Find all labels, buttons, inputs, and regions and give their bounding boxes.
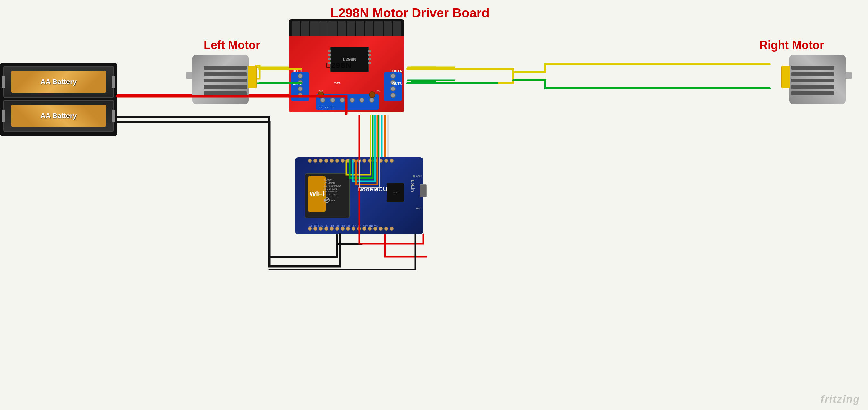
screw-7: [391, 86, 396, 91]
left-motor-shaft: [186, 72, 193, 78]
fin-9: [365, 21, 374, 36]
pin-label-gnd2: GND: [369, 225, 373, 227]
wifi-model: MODEL: [324, 179, 346, 182]
nodemcu-pcb: WiFi MODEL VENDOR ESP8266MOD ISM 2.4Ghz …: [295, 157, 424, 234]
pin-label-ad: AD: [309, 225, 313, 227]
pin-t3: [319, 159, 323, 163]
pin-b7: [341, 227, 344, 231]
pin-t11: [363, 159, 366, 163]
vent-line-r1: [791, 66, 834, 70]
battery-body-top: AA Battery: [10, 70, 106, 93]
right-motor-connector: [781, 66, 790, 88]
nodemcu-mcu-chip: MCU: [386, 183, 404, 202]
fin-4: [319, 21, 328, 36]
fcc-text: FCC: [331, 199, 336, 202]
screw-4: [298, 93, 303, 98]
pin-b14: [379, 227, 383, 231]
pin-t10: [357, 159, 361, 163]
pin-label-s4: S4: [341, 225, 345, 227]
pin-t14: [379, 159, 383, 163]
pin-b2: [313, 227, 317, 231]
battery-terminal-left2: [2, 110, 5, 122]
fin-5: [329, 21, 337, 36]
battery-terminal-right: [112, 76, 116, 88]
mcu-chip-label: MCU: [392, 191, 398, 194]
lolin-label: LoLin: [410, 180, 415, 192]
pin-b9: [351, 227, 355, 231]
terminal-label-gnd: GND: [324, 106, 330, 109]
pin-b4: [324, 227, 328, 231]
vent-line-r2: [791, 72, 834, 76]
vent-line-r5: [791, 91, 834, 95]
wire-diagram: [0, 0, 868, 410]
vent-line-5: [204, 91, 247, 95]
pin-label-s2: S2: [331, 225, 335, 227]
pin-t7: [341, 159, 344, 163]
pin-t13: [373, 159, 377, 163]
terminal-bottom: 12V GND 5V: [316, 94, 378, 110]
fin-8: [356, 21, 364, 36]
pin-b5: [330, 227, 334, 231]
pin-t12: [368, 159, 372, 163]
pin-label-gnd: GND: [314, 225, 318, 227]
screw-8: [391, 93, 396, 98]
screw-14: [369, 97, 374, 103]
wifi-chip: ESP8266MOD: [324, 185, 346, 187]
battery-bottom: AA Battery: [3, 100, 114, 132]
out3-label: OUT3: [392, 82, 402, 86]
right-motor-body: [789, 55, 845, 104]
rst-label: RST: [416, 207, 422, 210]
out4-label: OUT4: [392, 69, 402, 73]
capacitor-2: [369, 91, 375, 98]
wifi-freq: ISM 2.4Ghz: [324, 187, 346, 190]
fcc-area: FC FCC: [324, 197, 346, 203]
5ven-label: 5VEN: [334, 82, 341, 85]
vent-line-r4: [791, 85, 834, 89]
fcc-logo: FC: [324, 197, 330, 203]
l298n-pcb: L298N L298N: [289, 19, 404, 112]
nodemcu-board: WiFi MODEL VENDOR ESP8266MOD ISM 2.4Ghz …: [295, 157, 424, 234]
vent-line-4: [204, 85, 247, 89]
fin-6: [338, 21, 346, 36]
screw-11: [340, 97, 345, 103]
out1-label: OUT1: [292, 69, 302, 73]
usb-port: [420, 185, 427, 197]
pin-b13: [373, 227, 377, 231]
screw-1: [298, 73, 303, 78]
left-motor-vent: [204, 64, 247, 101]
screw-12: [350, 97, 355, 103]
pin-label-rst: RST: [363, 225, 367, 227]
screw-9: [320, 97, 325, 103]
l298n-chip-label: L298N: [326, 61, 352, 70]
terminal-left: [291, 72, 309, 101]
pin-label-vin: VIN: [374, 225, 378, 227]
pin-b6: [335, 227, 339, 231]
right-motor: [781, 50, 852, 106]
right-motor-shaft: [845, 72, 852, 78]
screw-13: [359, 97, 364, 103]
wifi-power: PA +25dBm: [324, 190, 346, 193]
screw-10: [330, 97, 335, 103]
pin-t9: [351, 159, 355, 163]
nodemcu-pins-top: [308, 159, 411, 165]
battery-terminal-left: [2, 76, 5, 88]
pin-label-en: EN: [358, 225, 362, 227]
battery-pack: AA Battery AA Battery: [0, 63, 117, 136]
pin-label-s3: S3: [336, 225, 340, 227]
pin-t1: [308, 159, 312, 163]
battery-top: AA Battery: [3, 66, 114, 98]
terminal-right: [384, 72, 402, 101]
screw-5: [391, 73, 396, 78]
vent-line-2: [204, 72, 247, 76]
pin-t8: [346, 159, 350, 163]
pin-b8: [346, 227, 350, 231]
pin-t5: [330, 159, 334, 163]
wifi-standard: 802.11b/g/n: [324, 193, 346, 196]
vent-line-r3: [791, 78, 834, 83]
5v-pin-label2: 5V: [377, 90, 380, 93]
wifi-info: MODEL VENDOR ESP8266MOD ISM 2.4Ghz PA +2…: [324, 177, 346, 203]
pin-t16: [390, 159, 394, 163]
pin-b1: [308, 227, 312, 231]
left-motor-body: [192, 55, 249, 104]
out2-label: OUT2: [292, 82, 302, 86]
